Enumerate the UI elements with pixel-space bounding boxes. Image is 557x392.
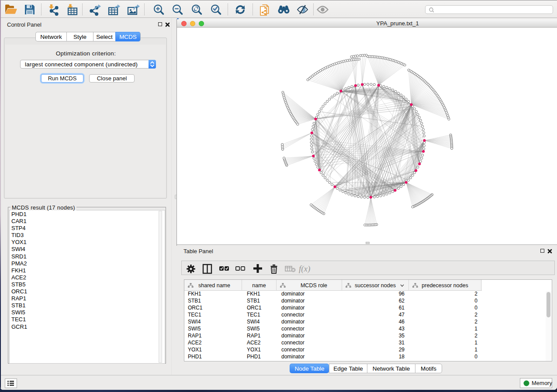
svg-text:f(x): f(x) [299,264,310,274]
